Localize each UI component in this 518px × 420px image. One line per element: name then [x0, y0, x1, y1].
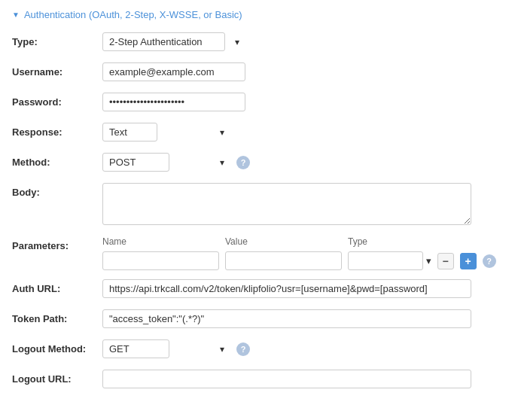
section-title: Authentication (OAuth, 2-Step, X-WSSE, o… [24, 9, 242, 20]
logout-method-label: Logout Method: [12, 339, 102, 355]
section-header[interactable]: ▼ Authentication (OAuth, 2-Step, X-WSSE,… [12, 9, 506, 20]
method-chevron-icon: ▾ [220, 157, 224, 168]
type-control: 2-Step Authentication OAuth X-WSSE Basic… [102, 32, 506, 51]
response-select[interactable]: Text JSON XML [102, 123, 157, 142]
password-control [102, 93, 506, 111]
logout-url-control [102, 370, 506, 388]
params-type-header: Type [348, 236, 423, 247]
type-chevron-icon: ▾ [235, 37, 239, 47]
params-inputs: Text Number ▾ − + ? [102, 251, 496, 270]
body-label: Body: [12, 183, 102, 198]
method-info-icon[interactable]: ? [236, 156, 250, 169]
method-label: Method: [12, 153, 102, 168]
type-select-wrapper: 2-Step Authentication OAuth X-WSSE Basic… [102, 32, 245, 51]
logout-url-label: Logout URL: [12, 370, 102, 385]
body-control [102, 183, 506, 227]
token-path-row: Token Path: [12, 309, 506, 330]
response-select-wrapper: Text JSON XML ▾ [102, 123, 230, 142]
token-path-label: Token Path: [12, 309, 102, 324]
logout-method-control: GET POST PUT DELETE ▾ ? [102, 339, 506, 358]
logout-method-inner-row: GET POST PUT DELETE ▾ ? [102, 339, 506, 358]
params-headers: Name Value Type [102, 236, 496, 247]
username-control [102, 62, 506, 81]
auth-url-label: Auth URL: [12, 279, 102, 294]
params-value-input[interactable] [225, 251, 342, 270]
params-row: Parameters: Name Value Type Text Number … [12, 236, 506, 270]
response-chevron-icon: ▾ [220, 127, 224, 138]
method-inner-row: POST GET PUT DELETE ▾ ? [102, 153, 506, 172]
type-row: Type: 2-Step Authentication OAuth X-WSSE… [12, 32, 506, 53]
logout-url-row: Logout URL: [12, 370, 506, 391]
body-textarea[interactable] [102, 183, 471, 225]
params-label: Parameters: [12, 236, 102, 251]
username-row: Username: [12, 62, 506, 84]
params-info-icon[interactable]: ? [483, 254, 496, 268]
username-input[interactable] [102, 62, 245, 81]
password-row: Password: [12, 93, 506, 114]
logout-method-chevron-icon: ▾ [220, 344, 224, 355]
params-name-input[interactable] [102, 251, 219, 270]
auth-url-row: Auth URL: [12, 279, 506, 300]
method-row: Method: POST GET PUT DELETE ▾ ? [12, 153, 506, 174]
response-control: Text JSON XML ▾ [102, 123, 506, 142]
params-name-header: Name [102, 236, 219, 247]
auth-url-control [102, 279, 506, 298]
auth-url-input[interactable] [102, 279, 471, 298]
params-type-select[interactable]: Text Number [348, 251, 423, 270]
response-label: Response: [12, 123, 102, 138]
response-row: Response: Text JSON XML ▾ [12, 123, 506, 144]
body-row: Body: [12, 183, 506, 227]
method-select-wrapper: POST GET PUT DELETE ▾ [102, 153, 230, 172]
logout-method-select-wrapper: GET POST PUT DELETE ▾ [102, 339, 230, 358]
password-input[interactable] [102, 93, 245, 111]
type-label: Type: [12, 32, 102, 47]
params-type-select-wrapper: Text Number ▾ [348, 251, 431, 270]
type-select[interactable]: 2-Step Authentication OAuth X-WSSE Basic [102, 32, 225, 51]
params-value-header: Value [225, 236, 342, 247]
logout-method-row: Logout Method: GET POST PUT DELETE ▾ ? [12, 339, 506, 361]
logout-method-info-icon[interactable]: ? [236, 342, 250, 356]
params-content: Name Value Type Text Number ▾ − + ? [102, 236, 496, 270]
params-remove-button[interactable]: − [437, 253, 454, 269]
method-select[interactable]: POST GET PUT DELETE [102, 153, 169, 172]
logout-method-select[interactable]: GET POST PUT DELETE [102, 339, 169, 358]
collapse-arrow: ▼ [12, 11, 20, 19]
logout-url-input[interactable] [102, 370, 471, 388]
params-add-button[interactable]: + [460, 253, 477, 269]
password-label: Password: [12, 93, 102, 108]
username-label: Username: [12, 62, 102, 78]
method-control: POST GET PUT DELETE ▾ ? [102, 153, 506, 172]
params-type-chevron-icon: ▾ [426, 255, 431, 266]
token-path-input[interactable] [102, 309, 471, 328]
token-path-control [102, 309, 506, 328]
